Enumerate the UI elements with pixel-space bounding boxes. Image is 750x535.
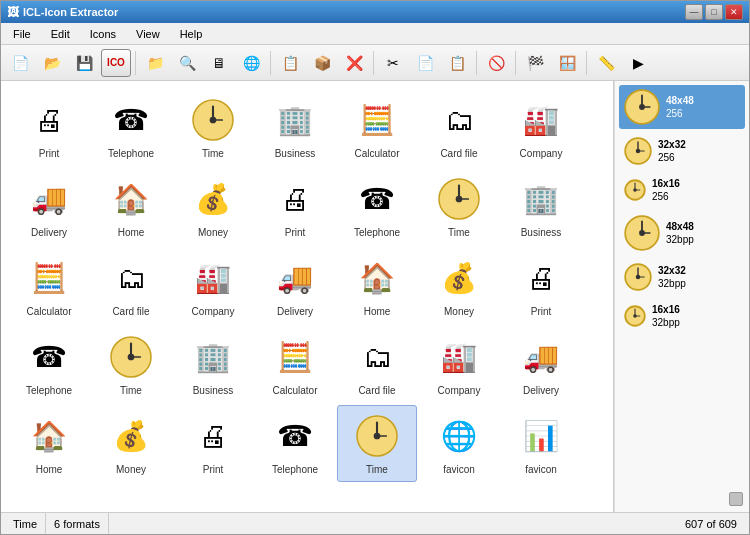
toolbar-ruler[interactable]: 📏 <box>591 49 621 77</box>
icon-item[interactable]: 🧮 Calculator <box>337 89 417 166</box>
icon-item[interactable]: 🧮 Calculator <box>9 247 89 324</box>
toolbar-cut[interactable]: ✂ <box>378 49 408 77</box>
icon-item[interactable]: 💰 Money <box>173 168 253 245</box>
icon-visual: 🖨 <box>271 175 319 223</box>
toolbar-add[interactable]: 📁 <box>140 49 170 77</box>
icon-item[interactable]: 🏠 Home <box>337 247 417 324</box>
minimize-button[interactable]: — <box>685 4 703 20</box>
size-dimensions: 48x48 <box>666 220 694 233</box>
icon-item[interactable]: 💰 Money <box>91 405 171 482</box>
toolbar-win[interactable]: 🪟 <box>552 49 582 77</box>
icon-label: Telephone <box>108 148 154 159</box>
toolbar-preview[interactable]: 🖥 <box>204 49 234 77</box>
close-button[interactable]: ✕ <box>725 4 743 20</box>
toolbar-save[interactable]: 💾 <box>69 49 99 77</box>
icon-item[interactable]: 🗂 Card file <box>91 247 171 324</box>
status-count: 607 of 609 <box>677 513 745 534</box>
toolbar-search[interactable]: 🔍 <box>172 49 202 77</box>
toolbar-package[interactable]: 📦 <box>307 49 337 77</box>
size-item[interactable]: 32x32 32bpp <box>619 259 745 295</box>
icon-label: Home <box>36 464 63 475</box>
sidebar: 48x48 256 32x32 256 16x16 256 <box>614 81 749 512</box>
icon-item[interactable]: 🏠 Home <box>9 405 89 482</box>
size-depth: 32bpp <box>652 316 680 329</box>
icon-visual: 🏢 <box>189 333 237 381</box>
window-title: ICL-Icon Extractor <box>23 6 118 18</box>
icon-item[interactable]: ☎ Telephone <box>255 405 335 482</box>
icon-item[interactable]: 🏭 Company <box>419 326 499 403</box>
size-depth: 256 <box>652 190 680 203</box>
icon-label: Business <box>275 148 316 159</box>
icon-item[interactable]: 🏢 Business <box>173 326 253 403</box>
menu-file[interactable]: File <box>5 26 39 42</box>
icon-grid-container[interactable]: 🖨 Print ☎ Telephone Time 🏢 Business 🧮 Ca… <box>1 81 614 512</box>
size-item[interactable]: 32x32 256 <box>619 133 745 169</box>
toolbar-flag[interactable]: 🏁 <box>520 49 550 77</box>
icon-item[interactable]: 🏭 Company <box>173 247 253 324</box>
size-item[interactable]: 48x48 32bpp <box>619 211 745 255</box>
icon-item[interactable]: 🗂 Card file <box>337 326 417 403</box>
icon-item[interactable]: 🏢 Business <box>255 89 335 166</box>
menu-icons[interactable]: Icons <box>82 26 124 42</box>
icon-item[interactable]: 🖨 Print <box>173 405 253 482</box>
size-clock-icon <box>624 89 660 125</box>
icon-item[interactable]: 🧮 Calculator <box>255 326 335 403</box>
menu-help[interactable]: Help <box>172 26 211 42</box>
toolbar-sep-2 <box>270 51 271 75</box>
icon-item[interactable]: 🏢 Business <box>501 168 581 245</box>
icon-label: Telephone <box>272 464 318 475</box>
icon-visual: ☎ <box>353 175 401 223</box>
icon-item[interactable]: 🏠 Home <box>91 168 171 245</box>
icon-item[interactable]: 💰 Money <box>419 247 499 324</box>
icon-item[interactable]: ☎ Telephone <box>337 168 417 245</box>
size-depth: 256 <box>658 151 686 164</box>
icon-item[interactable]: 🚚 Delivery <box>501 326 581 403</box>
icon-item[interactable]: 🖨 Print <box>9 89 89 166</box>
icon-label: Card file <box>440 148 477 159</box>
toolbar-arrow[interactable]: ▶ <box>623 49 653 77</box>
icon-visual: 🚚 <box>517 333 565 381</box>
icon-item[interactable]: Time <box>91 326 171 403</box>
toolbar-globe[interactable]: 🌐 <box>236 49 266 77</box>
icon-item[interactable]: 🚚 Delivery <box>255 247 335 324</box>
icon-item[interactable]: 🌐 favicon <box>419 405 499 482</box>
icon-item[interactable]: ☎ Telephone <box>9 326 89 403</box>
toolbar-paste[interactable]: 📋 <box>442 49 472 77</box>
icon-item[interactable]: Time <box>337 405 417 482</box>
toolbar-new[interactable]: 📄 <box>5 49 35 77</box>
toolbar-ico[interactable]: ICO <box>101 49 131 77</box>
icon-label: Money <box>198 227 228 238</box>
icon-item[interactable]: 🖨 Print <box>501 247 581 324</box>
size-depth: 256 <box>666 107 694 120</box>
toolbar-delete[interactable]: ❌ <box>339 49 369 77</box>
toolbar: 📄 📂 💾 ICO 📁 🔍 🖥 🌐 📋 📦 ❌ ✂ 📄 📋 🚫 🏁 🪟 📏 ▶ <box>1 45 749 81</box>
maximize-button[interactable]: □ <box>705 4 723 20</box>
icon-label: Time <box>120 385 142 396</box>
toolbar-copy2[interactable]: 📋 <box>275 49 305 77</box>
menu-bar: File Edit Icons View Help <box>1 23 749 45</box>
icon-item[interactable]: 📊 favicon <box>501 405 581 482</box>
toolbar-open[interactable]: 📂 <box>37 49 67 77</box>
size-item[interactable]: 48x48 256 <box>619 85 745 129</box>
size-clock-icon <box>624 215 660 251</box>
icon-visual <box>353 412 401 460</box>
icon-item[interactable]: ☎ Telephone <box>91 89 171 166</box>
icon-visual: 💰 <box>107 412 155 460</box>
sidebar-scrollbar-thumb[interactable] <box>729 492 743 506</box>
size-item[interactable]: 16x16 256 <box>619 173 745 207</box>
icon-item[interactable]: 🚚 Delivery <box>9 168 89 245</box>
toolbar-copy[interactable]: 📄 <box>410 49 440 77</box>
menu-view[interactable]: View <box>128 26 168 42</box>
menu-edit[interactable]: Edit <box>43 26 78 42</box>
icon-item[interactable]: 🖨 Print <box>255 168 335 245</box>
icon-item[interactable]: 🗂 Card file <box>419 89 499 166</box>
toolbar-cancel[interactable]: 🚫 <box>481 49 511 77</box>
size-item[interactable]: 16x16 32bpp <box>619 299 745 333</box>
icon-visual: ☎ <box>107 96 155 144</box>
icon-label: favicon <box>443 464 475 475</box>
icon-item[interactable]: Time <box>173 89 253 166</box>
icon-item[interactable]: 🏭 Company <box>501 89 581 166</box>
size-label: 32x32 256 <box>658 138 686 164</box>
icon-item[interactable]: Time <box>419 168 499 245</box>
icon-label: Business <box>193 385 234 396</box>
